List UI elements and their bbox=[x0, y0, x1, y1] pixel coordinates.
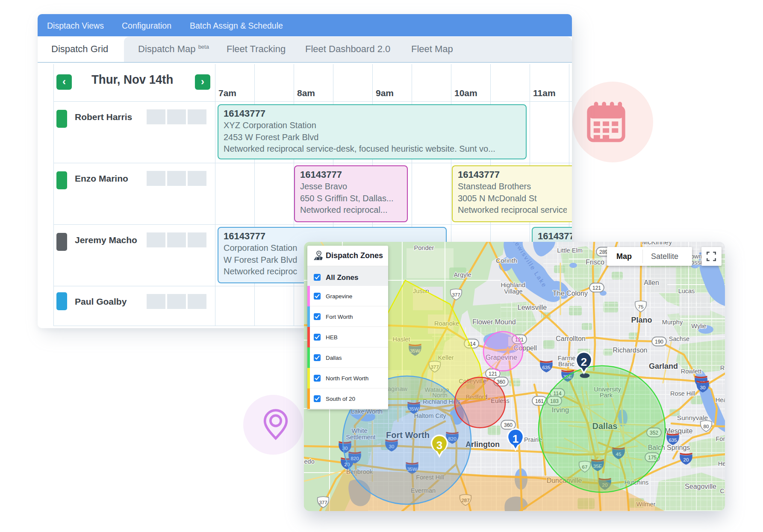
svg-text:Plano: Plano bbox=[631, 316, 652, 324]
svg-text:Hea: Hea bbox=[716, 397, 725, 403]
svg-text:Frisco: Frisco bbox=[586, 259, 604, 266]
svg-text:Sunnyvale: Sunnyvale bbox=[677, 414, 708, 421]
svg-text:ledo: ledo bbox=[304, 458, 315, 465]
svg-text:190: 190 bbox=[655, 339, 663, 345]
svg-text:Garland: Garland bbox=[649, 362, 678, 370]
svg-text:Rowlett: Rowlett bbox=[681, 368, 701, 375]
svg-text:Village: Village bbox=[504, 288, 522, 295]
svg-text:Richardson: Richardson bbox=[613, 347, 648, 354]
svg-text:377: 377 bbox=[319, 500, 327, 505]
svg-text:360: 360 bbox=[497, 379, 505, 385]
svg-text:Fon: Fon bbox=[716, 435, 725, 442]
svg-text:635: 635 bbox=[669, 438, 677, 443]
svg-text:Cr: Cr bbox=[720, 488, 725, 494]
svg-text:Little Elm: Little Elm bbox=[557, 247, 583, 254]
svg-text:Carrollton: Carrollton bbox=[556, 335, 585, 342]
svg-text:360: 360 bbox=[504, 422, 513, 428]
svg-text:635: 635 bbox=[542, 365, 550, 370]
svg-text:80: 80 bbox=[704, 424, 709, 429]
svg-text:Argyle: Argyle bbox=[454, 271, 471, 278]
svg-text:He: He bbox=[718, 460, 725, 467]
svg-text:20: 20 bbox=[683, 457, 689, 462]
svg-text:Seagoville: Seagoville bbox=[685, 483, 716, 490]
svg-text:121: 121 bbox=[592, 285, 601, 291]
svg-text:Rose Hill: Rose Hill bbox=[670, 390, 695, 397]
svg-text:Ro: Ro bbox=[720, 364, 725, 371]
svg-text:Flower Mound: Flower Mound bbox=[472, 318, 516, 326]
svg-text:Lucas: Lucas bbox=[678, 288, 695, 294]
svg-text:Highland: Highland bbox=[501, 282, 525, 288]
svg-text:Branc: Branc bbox=[558, 361, 574, 367]
svg-text:Sachse: Sachse bbox=[669, 335, 689, 342]
svg-text:377: 377 bbox=[452, 292, 460, 297]
svg-text:Wylie: Wylie bbox=[691, 323, 706, 329]
svg-text:Allen: Allen bbox=[644, 279, 659, 286]
svg-text:Corinth: Corinth bbox=[496, 257, 517, 264]
svg-text:30: 30 bbox=[700, 385, 706, 390]
svg-text:ossi: ossi bbox=[691, 259, 702, 266]
svg-text:Ponder: Ponder bbox=[414, 244, 434, 251]
svg-text:1: 1 bbox=[513, 432, 518, 445]
svg-text:2: 2 bbox=[581, 356, 587, 368]
svg-text:Murphy: Murphy bbox=[662, 319, 683, 326]
svg-text:75: 75 bbox=[638, 304, 644, 309]
svg-text:McKinney: McKinney bbox=[642, 242, 672, 246]
svg-text:3: 3 bbox=[436, 439, 442, 452]
svg-text:121: 121 bbox=[489, 371, 497, 377]
svg-text:Lewisville: Lewisville bbox=[518, 304, 547, 311]
svg-text:161: 161 bbox=[535, 398, 544, 404]
svg-text:The Colony: The Colony bbox=[553, 290, 588, 297]
